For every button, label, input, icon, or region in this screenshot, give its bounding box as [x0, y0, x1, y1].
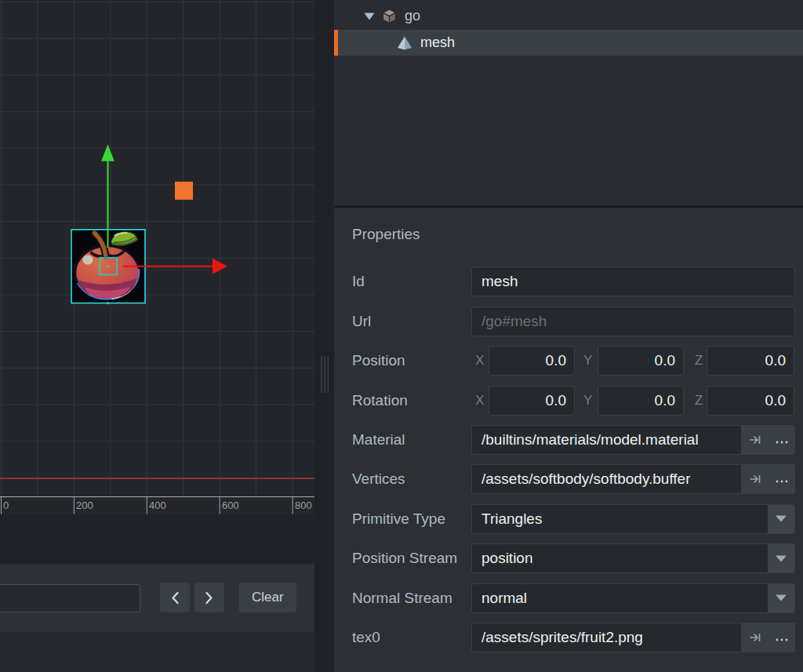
svg-text:200: 200 — [76, 499, 93, 511]
svg-text:0: 0 — [3, 499, 9, 511]
svg-text:800: 800 — [295, 499, 312, 511]
svg-text:400: 400 — [149, 499, 166, 511]
svg-text:600: 600 — [222, 499, 239, 511]
